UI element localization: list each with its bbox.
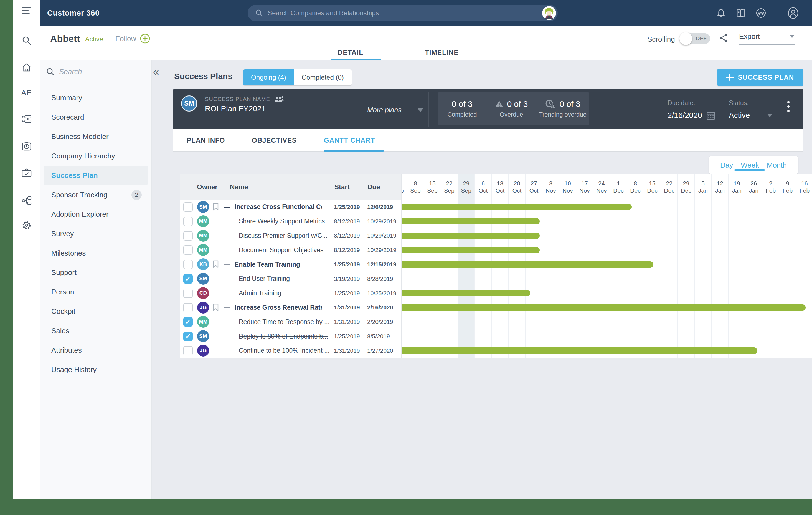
user-avatar-icon[interactable] <box>788 7 799 19</box>
due-date-value[interactable]: 2/16/2020 <box>668 111 715 120</box>
task-checkbox[interactable] <box>183 332 193 341</box>
zoom-week[interactable]: Week <box>741 156 759 174</box>
tab-timeline[interactable]: TIMELINE <box>425 46 459 59</box>
calendar-icon[interactable] <box>706 111 715 120</box>
filter-ongoing[interactable]: Ongoing (4) <box>243 70 294 85</box>
sidebar-item-adoption-explorer[interactable]: Adoption Explorer <box>44 205 148 224</box>
task-checkbox[interactable] <box>183 289 193 298</box>
gantt-bar[interactable] <box>402 290 530 296</box>
notifications-bell-icon[interactable] <box>717 8 725 18</box>
sidebar-item-sales[interactable]: Sales <box>44 321 148 341</box>
gantt-bar[interactable] <box>402 233 540 239</box>
global-search-icon[interactable] <box>13 33 40 48</box>
zoom-day[interactable]: Day <box>720 156 733 174</box>
zoom-month[interactable]: Month <box>767 156 787 174</box>
task-checkbox[interactable] <box>183 260 193 269</box>
task-name[interactable]: —Increase Gross Renewal Rate b... <box>224 300 322 315</box>
gantt-bar[interactable] <box>402 347 757 354</box>
sidebar-item-attributes[interactable]: Attributes <box>44 341 148 360</box>
export-dropdown[interactable]: Export <box>739 32 794 45</box>
queue-icon[interactable] <box>13 111 40 127</box>
task-name[interactable]: —Increase Cross Functional Colla... <box>224 200 322 214</box>
task-checkbox[interactable] <box>183 231 193 241</box>
scrolling-toggle[interactable]: OFF <box>680 33 710 44</box>
task-checkbox[interactable] <box>183 317 193 327</box>
tab-plan-info[interactable]: PLAN INFO <box>186 129 225 152</box>
sidebar-item-success-plan[interactable]: Success Plan <box>44 166 148 185</box>
org-chart-icon[interactable] <box>13 193 40 208</box>
home-icon[interactable] <box>13 60 40 75</box>
gantt-task-row: CDAdmin Training1/25/201910/25/2019 <box>180 286 401 300</box>
sidebar-item-summary[interactable]: Summary <box>44 88 148 107</box>
task-start-date: 8/12/2019 <box>334 243 360 257</box>
status-dropdown[interactable]: Active <box>729 111 773 120</box>
sidebar-nav-list: SummaryScorecardBusiness ModelerCompany … <box>40 88 152 379</box>
sidebar-item-cockpit[interactable]: Cockpit <box>44 302 148 321</box>
sidebar-item-company-hierarchy[interactable]: Company Hierarchy <box>44 146 148 166</box>
sidebar-item-milestones[interactable]: Milestones <box>44 243 148 263</box>
knowledge-book-icon[interactable] <box>736 8 746 18</box>
task-name[interactable]: End User Training <box>239 272 290 286</box>
timeline-week-column: 26Jan <box>745 174 762 358</box>
follow-plus-icon[interactable] <box>140 33 150 44</box>
follow-label[interactable]: Follow <box>115 34 136 43</box>
tasks-briefcase-icon[interactable] <box>13 165 40 181</box>
bookmark-icon[interactable] <box>213 203 219 211</box>
timeline-week-label: 3Nov <box>543 174 559 200</box>
add-success-plan-button[interactable]: SUCCESS PLAN <box>717 69 803 86</box>
assistant-avatar[interactable] <box>542 6 556 20</box>
gantt-task-row: MMDocument Support Objectives8/12/201910… <box>180 243 401 257</box>
search-input[interactable] <box>268 9 558 17</box>
sidebar-item-survey[interactable]: Survey <box>44 224 148 243</box>
task-name[interactable]: Admin Training <box>239 286 281 300</box>
tab-detail[interactable]: DETAIL <box>338 46 363 59</box>
task-checkbox[interactable] <box>183 303 193 313</box>
task-checkbox[interactable] <box>183 346 193 355</box>
bookmark-icon[interactable] <box>213 260 219 268</box>
filter-completed[interactable]: Completed (0) <box>294 70 352 85</box>
global-search-bar[interactable] <box>248 5 558 21</box>
community-people-icon[interactable] <box>756 8 766 18</box>
gantt-bar[interactable] <box>402 204 632 210</box>
stat-overdue: 0 of 3 Overdue <box>487 92 536 125</box>
sidebar-search[interactable] <box>40 60 151 83</box>
task-name[interactable]: Document Support Objectives <box>239 243 324 257</box>
task-due-date: 10/29/2019 <box>367 214 396 228</box>
task-name[interactable]: Discuss Premier Support w/C... <box>239 228 327 243</box>
task-name[interactable]: —Enable Team Training <box>224 257 300 272</box>
timeline-timer-icon[interactable] <box>13 138 40 154</box>
tab-gantt-chart[interactable]: GANTT CHART <box>324 129 375 152</box>
sidebar-item-usage-history[interactable]: Usage History <box>44 360 148 379</box>
share-icon[interactable] <box>719 33 728 43</box>
collaborators-people-icon[interactable] <box>274 96 284 102</box>
sidebar-collapse-icon[interactable]: « <box>153 66 159 77</box>
settings-gear-icon[interactable] <box>13 218 40 233</box>
sidebar-search-input[interactable] <box>59 67 126 76</box>
sidebar-item-person[interactable]: Person <box>44 282 148 302</box>
bookmark-icon[interactable] <box>213 303 219 311</box>
ae-module-icon[interactable]: AE <box>13 85 40 101</box>
gantt-bar[interactable] <box>402 262 654 268</box>
sidebar-item-scorecard[interactable]: Scorecard <box>44 107 148 127</box>
gantt-bar[interactable] <box>402 304 806 311</box>
hamburger-menu-icon[interactable] <box>13 4 40 17</box>
tab-objectives[interactable]: OBJECTIVES <box>252 129 297 152</box>
task-name[interactable]: Continue to be 100% Incident ... <box>239 344 329 358</box>
gantt-bar[interactable] <box>402 218 540 224</box>
toggle-knob[interactable] <box>679 32 692 45</box>
task-name[interactable]: Reduce Time to Response by ... <box>239 315 329 329</box>
task-checkbox[interactable] <box>183 217 193 226</box>
task-checkbox[interactable] <box>183 274 193 283</box>
sidebar-item-sponsor-tracking[interactable]: Sponsor Tracking2 <box>44 185 148 205</box>
task-name[interactable]: Deploy to 80% of Endpoints b... <box>239 329 328 344</box>
more-plans-dropdown[interactable]: More plans <box>367 106 423 114</box>
task-name[interactable]: Share Weekly Support Metrics <box>239 214 325 228</box>
sidebar-item-support[interactable]: Support <box>44 263 148 282</box>
task-checkbox[interactable] <box>183 245 193 255</box>
summary-dash-icon: — <box>224 203 230 211</box>
gantt-bar[interactable] <box>402 247 540 253</box>
kebab-menu-icon[interactable] <box>783 101 794 118</box>
task-checkbox[interactable] <box>183 202 193 212</box>
gantt-table-header: Owner Name Start Due <box>180 174 401 200</box>
sidebar-item-business-modeler[interactable]: Business Modeler <box>44 127 148 146</box>
